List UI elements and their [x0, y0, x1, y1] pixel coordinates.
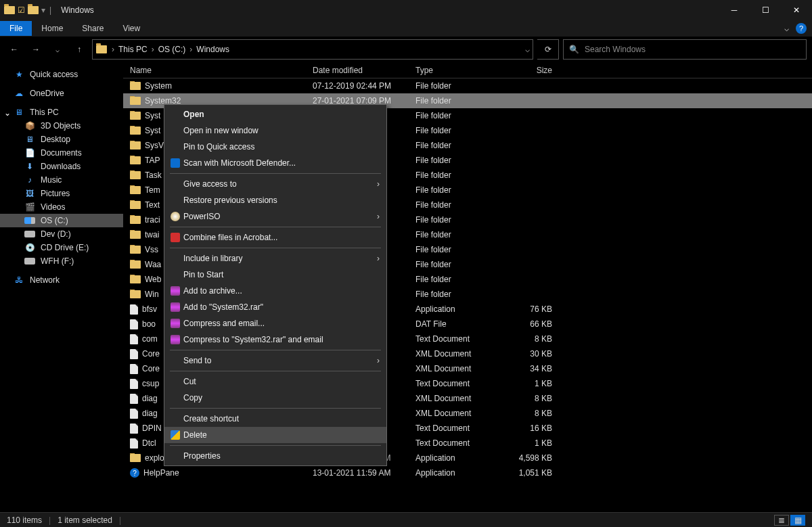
- checkbox-icon[interactable]: ☑: [18, 5, 25, 15]
- menu-item-label: Compress to "System32.rar" and email: [183, 335, 323, 344]
- pc-icon: 🖥: [14, 108, 24, 117]
- file-date: 07-12-2019 02:44 PM: [313, 81, 415, 91]
- menu-item[interactable]: Compress to "System32.rar" and email: [164, 331, 386, 348]
- menu-item[interactable]: Cut: [164, 373, 386, 390]
- file-type: XML Document: [415, 394, 498, 403]
- breadcrumb-dropdown-icon[interactable]: ⌵: [525, 45, 530, 54]
- tab-view[interactable]: View: [113, 21, 150, 36]
- winrar-icon: [171, 335, 180, 344]
- sidebar-item[interactable]: 📦3D Objects: [0, 119, 123, 133]
- menu-item[interactable]: Compress and email...: [164, 315, 386, 331]
- sidebar-item[interactable]: 🎬Videos: [0, 200, 123, 214]
- menu-item[interactable]: Open: [164, 106, 386, 122]
- sidebar-item[interactable]: ⬇Downloads: [0, 160, 123, 173]
- close-button[interactable]: ✕: [781, 0, 812, 20]
- file-type: File folder: [415, 230, 498, 239]
- menu-item[interactable]: Restore previous versions: [164, 192, 386, 208]
- col-type[interactable]: Type: [415, 66, 498, 75]
- file-size: 30 KB: [498, 349, 559, 359]
- sidebar-item[interactable]: 🖥Desktop: [0, 133, 123, 146]
- menu-item[interactable]: Delete: [164, 427, 386, 443]
- sidebar-item-label: 3D Objects: [41, 121, 81, 131]
- folder-icon: [130, 82, 141, 90]
- file-type: XML Document: [415, 409, 498, 418]
- file-name: com: [142, 334, 158, 344]
- file-size: 1 KB: [498, 379, 559, 388]
- nav-network[interactable]: 🖧Network: [0, 273, 123, 287]
- menu-item[interactable]: Create shortcut: [164, 411, 386, 427]
- crumb-windows[interactable]: Windows: [196, 45, 229, 54]
- menu-item[interactable]: Give access to›: [164, 176, 386, 192]
- menu-item[interactable]: Include in library›: [164, 250, 386, 267]
- file-row[interactable]: System07-12-2019 02:44 PMFile folder: [123, 78, 812, 93]
- menu-item[interactable]: Scan with Microsoft Defender...: [164, 155, 386, 171]
- sidebar-item[interactable]: 💿CD Drive (E:): [0, 241, 123, 254]
- view-details-button[interactable]: ≣: [774, 515, 789, 526]
- sidebar-item[interactable]: 🖼Pictures: [0, 187, 123, 200]
- file-type: DAT File: [415, 319, 498, 329]
- menu-item[interactable]: Properties: [164, 448, 386, 464]
- col-name[interactable]: Name: [123, 66, 313, 75]
- ribbon: File Home Share View ⌵ ?: [0, 20, 812, 37]
- menu-item-label: Restore previous versions: [183, 196, 277, 205]
- folder-icon: [96, 45, 107, 53]
- recent-button[interactable]: ⌵: [49, 41, 66, 58]
- file-size: 1,051 KB: [498, 468, 559, 478]
- file-size: 34 KB: [498, 364, 559, 373]
- menu-item[interactable]: Pin to Quick access: [164, 139, 386, 155]
- tab-file[interactable]: File: [0, 21, 32, 36]
- sidebar-item[interactable]: ♪Music: [0, 173, 123, 187]
- file-name: twai: [145, 230, 159, 239]
- menu-item[interactable]: Add to archive...: [164, 283, 386, 299]
- cloud-icon: ☁: [14, 89, 24, 98]
- column-headers[interactable]: Name Date modified Type Size: [123, 62, 812, 78]
- crumb-this-pc[interactable]: This PC: [118, 45, 148, 54]
- folder-icon: [130, 141, 141, 150]
- folder-icon: [130, 171, 141, 179]
- view-icons-button[interactable]: ▦: [790, 515, 805, 526]
- folder-icon: [130, 97, 141, 105]
- file-name: traci: [145, 215, 160, 225]
- ribbon-chevron-icon[interactable]: ⌵: [784, 24, 789, 33]
- menu-item[interactable]: Add to "System32.rar": [164, 299, 386, 315]
- maximize-button[interactable]: ☐: [750, 0, 781, 20]
- file-type: File folder: [415, 185, 498, 195]
- search-icon: 🔍: [569, 45, 579, 54]
- submenu-arrow-icon: ›: [377, 254, 380, 263]
- nav-quick-access[interactable]: ★Quick access: [0, 68, 123, 81]
- minimize-button[interactable]: ─: [719, 0, 750, 20]
- sidebar-item[interactable]: Dev (D:): [0, 227, 123, 241]
- breadcrumb[interactable]: › This PC› OS (C:)› Windows ⌵: [92, 39, 533, 60]
- app-icon: [4, 6, 15, 14]
- file-type: Application: [415, 468, 498, 478]
- menu-item[interactable]: Combine files in Acrobat...: [164, 229, 386, 246]
- overflow-icon[interactable]: ▾: [41, 5, 45, 15]
- nav-this-pc[interactable]: 🖥This PC: [0, 106, 123, 119]
- file-size: 8 KB: [498, 394, 559, 403]
- file-type: File folder: [415, 200, 498, 210]
- menu-item[interactable]: Open in new window: [164, 122, 386, 139]
- file-type: File folder: [415, 111, 498, 120]
- up-button[interactable]: ↑: [70, 41, 88, 58]
- col-date[interactable]: Date modified: [313, 66, 415, 75]
- menu-item[interactable]: Pin to Start: [164, 267, 386, 283]
- submenu-arrow-icon: ›: [377, 212, 380, 221]
- help-button[interactable]: ?: [796, 23, 807, 34]
- refresh-button[interactable]: ⟳: [537, 39, 559, 60]
- file-size: 16 KB: [498, 423, 559, 433]
- tab-home[interactable]: Home: [32, 21, 72, 36]
- sidebar-item[interactable]: WFH (F:): [0, 254, 123, 268]
- tab-share[interactable]: Share: [72, 21, 113, 36]
- forward-button[interactable]: →: [27, 41, 45, 58]
- sidebar-item[interactable]: OS (C:): [0, 214, 123, 227]
- nav-onedrive[interactable]: ☁OneDrive: [0, 87, 123, 100]
- back-button[interactable]: ←: [5, 41, 23, 58]
- col-size[interactable]: Size: [498, 66, 559, 75]
- sidebar-item[interactable]: 📄Documents: [0, 146, 123, 160]
- crumb-os-c[interactable]: OS (C:): [158, 45, 186, 54]
- menu-item[interactable]: Send to›: [164, 352, 386, 369]
- menu-item[interactable]: Copy: [164, 390, 386, 406]
- menu-item[interactable]: PowerISO›: [164, 208, 386, 225]
- search-box[interactable]: 🔍 Search Windows: [563, 39, 807, 60]
- file-row[interactable]: ?HelpPane13-01-2021 11:59 AMApplication1…: [123, 465, 812, 480]
